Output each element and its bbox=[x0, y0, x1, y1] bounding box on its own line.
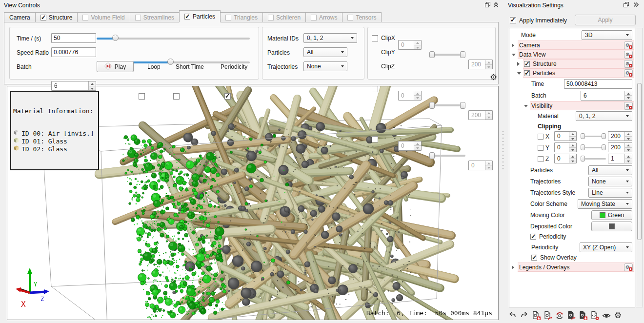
toggle-loop[interactable] bbox=[139, 93, 145, 100]
apply-button[interactable]: Apply bbox=[575, 15, 636, 25]
undo-button[interactable] bbox=[507, 310, 518, 321]
collapse-up-icon[interactable] bbox=[493, 1, 500, 8]
time-slider[interactable] bbox=[97, 34, 250, 43]
tree-clip-checkbox-y[interactable] bbox=[538, 145, 543, 151]
script-button[interactable] bbox=[589, 310, 600, 321]
spin-buttons[interactable] bbox=[414, 40, 421, 49]
color-button-moving-color[interactable]: Green bbox=[591, 210, 632, 220]
tab-checkbox-tensors[interactable] bbox=[347, 15, 353, 20]
spin-buttons[interactable] bbox=[624, 143, 632, 152]
float-panel-icon[interactable] bbox=[623, 1, 630, 8]
spin-buttons[interactable] bbox=[569, 132, 576, 141]
spin-buttons[interactable] bbox=[485, 60, 492, 69]
tree-clip-slider-x[interactable] bbox=[581, 131, 606, 141]
float-panel-icon[interactable] bbox=[484, 1, 491, 8]
tab-volume-field[interactable]: Volume Field bbox=[77, 12, 130, 22]
tree-spin-batch[interactable]: 6 bbox=[581, 91, 632, 101]
tab-checkbox-particles[interactable] bbox=[184, 14, 190, 20]
visibility-button[interactable] bbox=[601, 310, 611, 321]
range-handle-min[interactable] bbox=[429, 51, 435, 58]
tab-camera[interactable]: Camera bbox=[4, 12, 36, 22]
panel-splitter[interactable] bbox=[502, 131, 504, 169]
spin-buttons[interactable] bbox=[414, 141, 421, 150]
tree-row-visibility[interactable]: Visibility⚙ bbox=[509, 101, 635, 110]
tree-clip-max-y[interactable]: 200 bbox=[608, 142, 632, 152]
tab-checkbox-streamlines[interactable] bbox=[135, 15, 141, 20]
range-handle-max[interactable] bbox=[460, 51, 465, 58]
tree-dropdown-material[interactable]: 0, 1, 2 bbox=[576, 111, 632, 121]
trajectories-dropdown[interactable]: None bbox=[303, 61, 347, 71]
tab-tensors[interactable]: Tensors bbox=[342, 12, 382, 22]
range-handle-min[interactable] bbox=[581, 144, 585, 150]
reload-settings-button[interactable] bbox=[554, 310, 564, 321]
tab-checkbox-arrows[interactable] bbox=[311, 15, 317, 20]
tree-row-legends-overlays[interactable]: Legends / Overlays⚙ bbox=[509, 262, 635, 272]
expand-down-icon[interactable] bbox=[524, 105, 528, 107]
save-state-button[interactable] bbox=[578, 310, 588, 321]
tree-checkbox-structure[interactable] bbox=[524, 61, 530, 67]
export-settings-button[interactable] bbox=[543, 310, 553, 321]
reset-section-button[interactable]: ⚙ bbox=[624, 263, 633, 271]
time-input[interactable] bbox=[51, 33, 96, 43]
tree-checkbox-periodicity[interactable] bbox=[530, 234, 536, 240]
range-handle-min[interactable] bbox=[581, 156, 585, 162]
tab-streamlines[interactable]: Streamlines bbox=[130, 12, 180, 22]
tab-triangles[interactable]: Triangles bbox=[220, 12, 263, 22]
scrollbar-thumb[interactable] bbox=[637, 83, 642, 240]
tree-clip-min-z[interactable]: 0 bbox=[554, 154, 577, 163]
range-handle-min[interactable] bbox=[429, 102, 435, 109]
tree-clip-slider-z[interactable] bbox=[581, 154, 606, 163]
expand-right-icon[interactable] bbox=[512, 43, 514, 47]
clip-slider-clipz[interactable] bbox=[429, 151, 465, 161]
view-gear-button[interactable]: ⚙ bbox=[490, 73, 497, 81]
material-ids-dropdown[interactable]: 0, 1, 2 bbox=[303, 33, 357, 43]
clip-min-clipx[interactable]: 0 bbox=[398, 40, 422, 50]
tree-checkbox-particles[interactable] bbox=[524, 70, 530, 76]
save-settings-button[interactable] bbox=[531, 310, 541, 321]
spin-buttons[interactable] bbox=[569, 154, 576, 163]
batch-spinbox[interactable]: 6 bbox=[51, 81, 96, 91]
spin-buttons[interactable] bbox=[624, 132, 632, 141]
spin-buttons[interactable] bbox=[569, 143, 576, 152]
tree-row-particles[interactable]: Particles⚙ bbox=[509, 68, 635, 78]
tab-structure[interactable]: Structure bbox=[35, 12, 78, 22]
tree-clip-checkbox-x[interactable] bbox=[538, 134, 543, 140]
toggle-periodicity[interactable] bbox=[224, 93, 231, 100]
settings-button[interactable]: ⚙ bbox=[613, 310, 623, 321]
tree-clip-max-z[interactable]: 1 bbox=[608, 154, 632, 163]
tree-dropdown-periodicity[interactable]: XY (Z Open) bbox=[580, 242, 632, 252]
clip-checkbox-clipz[interactable] bbox=[372, 136, 378, 142]
spin-buttons[interactable] bbox=[624, 154, 632, 163]
tree-dropdown-color-scheme[interactable]: Moving State bbox=[578, 199, 632, 209]
tree-row-camera[interactable]: Camera⚙ bbox=[509, 40, 635, 50]
tree-input-time[interactable] bbox=[564, 79, 632, 89]
play-button[interactable]: Play bbox=[97, 61, 134, 72]
clip-slider-clipx[interactable] bbox=[429, 50, 465, 60]
clip-slider-clipy[interactable] bbox=[429, 101, 465, 110]
slider-handle[interactable] bbox=[167, 59, 174, 65]
tab-checkbox-schlieren[interactable] bbox=[268, 15, 274, 20]
tab-checkbox-volume-field[interactable] bbox=[82, 15, 88, 20]
clip-checkbox-clipx[interactable] bbox=[372, 35, 378, 41]
tree-row-data-view[interactable]: Data View⚙ bbox=[509, 50, 635, 59]
tree-row-structure[interactable]: Structure⚙ bbox=[509, 59, 635, 68]
import-state-button[interactable] bbox=[566, 310, 576, 321]
toggle-short-time[interactable] bbox=[173, 93, 180, 100]
tree-clip-max-x[interactable]: 200 bbox=[608, 131, 632, 141]
render-viewport[interactable]: Material Information: ID 00: Air [invis.… bbox=[7, 86, 499, 320]
spin-buttons[interactable] bbox=[624, 91, 632, 100]
tree-clip-checkbox-z[interactable] bbox=[538, 156, 543, 162]
tab-checkbox-triangles[interactable] bbox=[225, 15, 231, 20]
clip-min-clipz[interactable]: 0 bbox=[398, 141, 422, 151]
spin-buttons[interactable] bbox=[414, 91, 421, 100]
tree-clip-slider-y[interactable] bbox=[581, 142, 606, 152]
apply-immediately-checkbox[interactable] bbox=[510, 17, 516, 23]
collapse-right-icon[interactable] bbox=[633, 1, 640, 8]
tree-dropdown-trajectories[interactable]: None bbox=[588, 177, 632, 186]
range-handle-min[interactable] bbox=[429, 152, 435, 159]
range-handle-max[interactable] bbox=[460, 102, 465, 109]
tree-scrollbar[interactable] bbox=[636, 28, 643, 307]
spin-buttons[interactable] bbox=[485, 161, 492, 170]
reset-section-button[interactable]: ⚙ bbox=[624, 102, 633, 110]
range-handle-max[interactable] bbox=[602, 133, 606, 139]
